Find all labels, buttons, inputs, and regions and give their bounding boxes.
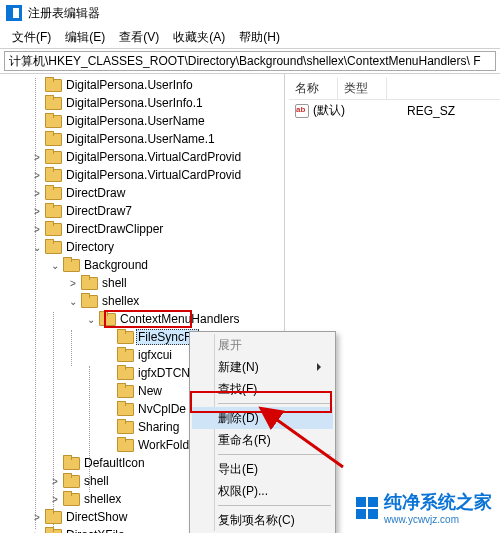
values-header: 名称 类型 bbox=[289, 78, 500, 100]
expand-toggle[interactable]: > bbox=[30, 512, 44, 523]
window-titlebar: 注册表编辑器 bbox=[0, 0, 500, 26]
ctx-export[interactable]: 导出(E) bbox=[192, 458, 333, 480]
expand-toggle[interactable]: > bbox=[30, 188, 44, 199]
folder-icon bbox=[45, 114, 61, 128]
ctx-expand[interactable]: 展开 bbox=[192, 334, 333, 356]
folder-icon bbox=[117, 384, 133, 398]
tree-label: DirectDraw bbox=[64, 186, 127, 200]
value-row[interactable]: (默认) REG_SZ bbox=[289, 100, 500, 121]
tree-item[interactable]: >DirectDrawClipper bbox=[0, 220, 284, 238]
tree-item[interactable]: ⌄shellex bbox=[0, 292, 284, 310]
ctx-find[interactable]: 查找(F)... bbox=[192, 378, 333, 400]
folder-icon bbox=[63, 492, 79, 506]
expand-toggle[interactable]: ⌄ bbox=[48, 260, 62, 271]
expand-toggle[interactable]: > bbox=[30, 530, 44, 534]
tree-label: DigitalPersona.UserName bbox=[64, 114, 207, 128]
expand-toggle[interactable]: > bbox=[30, 170, 44, 181]
regedit-icon bbox=[6, 5, 22, 21]
value-name: (默认) bbox=[313, 102, 403, 119]
tree-item[interactable]: DigitalPersona.UserName.1 bbox=[0, 130, 284, 148]
tree-item[interactable]: >DirectDraw7 bbox=[0, 202, 284, 220]
tree-label: igfxDTCN bbox=[136, 366, 192, 380]
watermark: 纯净系统之家 www.ycwvjz.com bbox=[356, 490, 492, 525]
menu-view[interactable]: 查看(V) bbox=[113, 27, 165, 48]
folder-icon bbox=[45, 186, 61, 200]
folder-icon bbox=[117, 402, 133, 416]
tree-item[interactable]: >DigitalPersona.VirtualCardProvid bbox=[0, 166, 284, 184]
menu-file[interactable]: 文件(F) bbox=[6, 27, 57, 48]
tree-label: shell bbox=[100, 276, 129, 290]
tree-label: shell bbox=[82, 474, 111, 488]
expand-toggle[interactable]: ⌄ bbox=[66, 296, 80, 307]
folder-icon bbox=[63, 258, 79, 272]
tree-item[interactable]: ⌄ContextMenuHandlers bbox=[0, 310, 284, 328]
tree-item[interactable]: DigitalPersona.UserInfo.1 bbox=[0, 94, 284, 112]
ctx-delete[interactable]: 删除(D) bbox=[192, 407, 333, 429]
ctx-copy-key-name[interactable]: 复制项名称(C) bbox=[192, 509, 333, 531]
folder-icon bbox=[45, 240, 61, 254]
tree-item[interactable]: ⌄Background bbox=[0, 256, 284, 274]
tree-label: shellex bbox=[100, 294, 141, 308]
folder-icon bbox=[117, 330, 133, 344]
watermark-url: www.ycwvjz.com bbox=[384, 514, 492, 525]
expand-toggle[interactable]: > bbox=[30, 206, 44, 217]
menu-edit[interactable]: 编辑(E) bbox=[59, 27, 111, 48]
tree-label: Directory bbox=[64, 240, 116, 254]
tree-item[interactable]: DigitalPersona.UserName bbox=[0, 112, 284, 130]
expand-toggle[interactable]: > bbox=[30, 152, 44, 163]
tree-label: DigitalPersona.UserInfo bbox=[64, 78, 195, 92]
folder-icon bbox=[99, 312, 115, 326]
expand-toggle[interactable]: ⌄ bbox=[84, 314, 98, 325]
address-bar bbox=[0, 48, 500, 74]
tree-label: DigitalPersona.VirtualCardProvid bbox=[64, 168, 243, 182]
folder-icon bbox=[45, 510, 61, 524]
tree-item[interactable]: >shell bbox=[0, 274, 284, 292]
folder-icon bbox=[45, 150, 61, 164]
tree-item[interactable]: ⌄Directory bbox=[0, 238, 284, 256]
expand-toggle[interactable]: > bbox=[48, 476, 62, 487]
context-menu: 展开 新建(N) 查找(F)... 删除(D) 重命名(R) 导出(E) 权限(… bbox=[189, 331, 336, 533]
value-type: REG_SZ bbox=[407, 104, 455, 118]
tree-label: DigitalPersona.UserInfo.1 bbox=[64, 96, 205, 110]
address-input[interactable] bbox=[4, 51, 496, 71]
folder-icon bbox=[45, 204, 61, 218]
expand-toggle[interactable]: > bbox=[66, 278, 80, 289]
tree-label: NvCplDe bbox=[136, 402, 188, 416]
expand-toggle[interactable]: > bbox=[48, 494, 62, 505]
folder-icon bbox=[45, 222, 61, 236]
tree-label: New bbox=[136, 384, 164, 398]
folder-icon bbox=[117, 348, 133, 362]
tree-label: DirectDrawClipper bbox=[64, 222, 165, 236]
folder-icon bbox=[63, 456, 79, 470]
tree-label: DigitalPersona.UserName.1 bbox=[64, 132, 217, 146]
tree-label: igfxcui bbox=[136, 348, 174, 362]
expand-toggle[interactable]: ⌄ bbox=[30, 242, 44, 253]
tree-item[interactable]: >DirectDraw bbox=[0, 184, 284, 202]
menu-help[interactable]: 帮助(H) bbox=[233, 27, 286, 48]
tree-label: DigitalPersona.VirtualCardProvid bbox=[64, 150, 243, 164]
ctx-rename[interactable]: 重命名(R) bbox=[192, 429, 333, 451]
folder-icon bbox=[45, 78, 61, 92]
ctx-permissions[interactable]: 权限(P)... bbox=[192, 480, 333, 502]
menu-bar: 文件(F) 编辑(E) 查看(V) 收藏夹(A) 帮助(H) bbox=[0, 26, 500, 48]
tree-item[interactable]: >DigitalPersona.VirtualCardProvid bbox=[0, 148, 284, 166]
ctx-new[interactable]: 新建(N) bbox=[192, 356, 333, 378]
tree-item[interactable]: DigitalPersona.UserInfo bbox=[0, 76, 284, 94]
separator bbox=[218, 505, 331, 506]
watermark-brand: 纯净系统之家 bbox=[384, 492, 492, 512]
col-name[interactable]: 名称 bbox=[289, 78, 338, 99]
separator bbox=[218, 403, 331, 404]
string-value-icon bbox=[295, 104, 309, 118]
watermark-icon bbox=[356, 497, 378, 519]
tree-label: DirectShow bbox=[64, 510, 129, 524]
folder-icon bbox=[45, 132, 61, 146]
folder-icon bbox=[117, 438, 133, 452]
folder-icon bbox=[117, 366, 133, 380]
folder-icon bbox=[45, 528, 61, 533]
menu-favorites[interactable]: 收藏夹(A) bbox=[167, 27, 231, 48]
folder-icon bbox=[117, 420, 133, 434]
col-type[interactable]: 类型 bbox=[338, 78, 387, 99]
expand-toggle[interactable]: > bbox=[30, 224, 44, 235]
tree-label: DefaultIcon bbox=[82, 456, 147, 470]
tree-label: ContextMenuHandlers bbox=[118, 312, 241, 326]
